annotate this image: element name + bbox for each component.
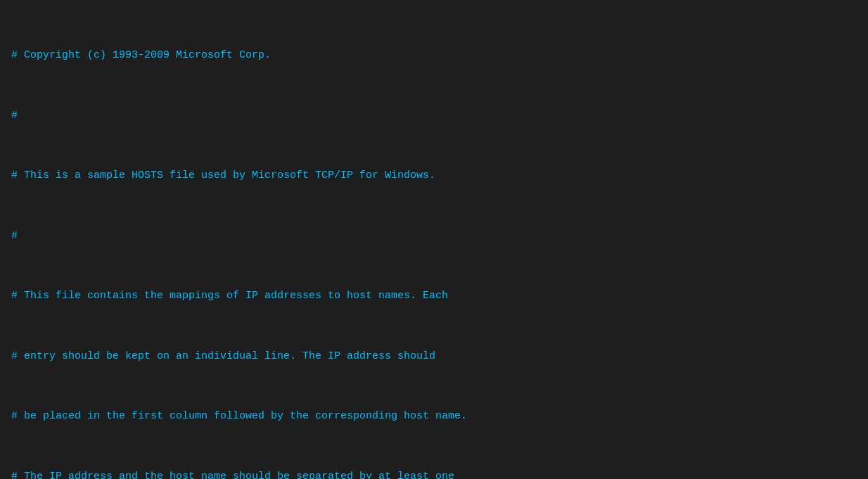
line-4: # — [11, 226, 857, 247]
file-content: # Copyright (c) 1993-2009 Microsoft Corp… — [0, 0, 868, 479]
line-5: # This file contains the mappings of IP … — [11, 286, 857, 307]
line-1: # Copyright (c) 1993-2009 Microsoft Corp… — [11, 46, 857, 66]
line-2: # — [11, 106, 857, 127]
line-3: # This is a sample HOSTS file used by Mi… — [11, 166, 857, 186]
line-7: # be placed in the first column followed… — [11, 407, 857, 427]
line-8: # The IP address and the host name shoul… — [11, 467, 857, 480]
line-6: # entry should be kept on an individual … — [11, 347, 857, 367]
